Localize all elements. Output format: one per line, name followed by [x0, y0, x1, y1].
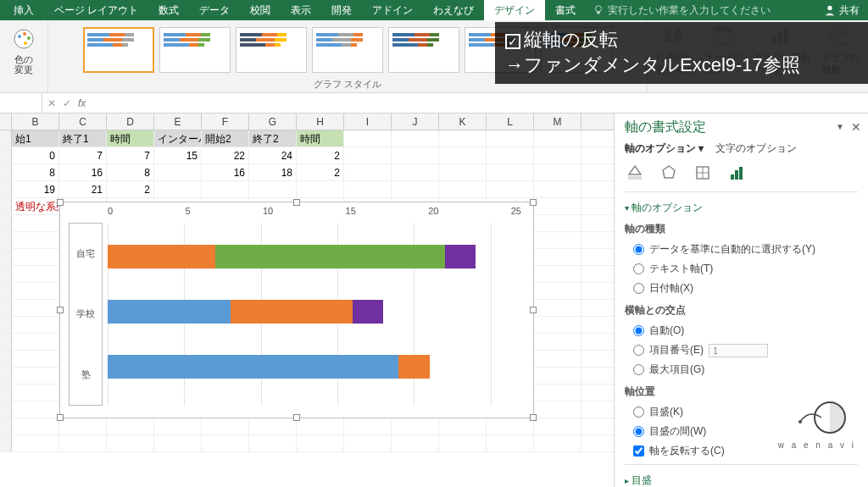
cell[interactable]	[202, 181, 249, 197]
cell[interactable]	[534, 266, 581, 282]
tab-developer[interactable]: 開発	[321, 0, 362, 20]
cell[interactable]	[392, 181, 439, 197]
cell[interactable]	[202, 418, 249, 434]
cell[interactable]	[534, 181, 581, 197]
tab-format[interactable]: 書式	[545, 0, 586, 20]
cell[interactable]	[344, 435, 392, 451]
radio-axis-auto[interactable]: データを基準に自動的に選択する(Y)	[625, 240, 858, 259]
cell[interactable]	[249, 181, 297, 197]
col-header[interactable]: E	[154, 113, 202, 130]
cell[interactable]	[439, 130, 487, 147]
cell[interactable]	[487, 418, 534, 434]
cell[interactable]: 時間	[297, 130, 344, 147]
cell[interactable]	[487, 147, 534, 163]
cell[interactable]	[12, 385, 59, 401]
cell[interactable]	[392, 147, 439, 163]
cell[interactable]: 終了2	[249, 130, 297, 147]
chart-y-axis-categories[interactable]: 自宅学校塾	[69, 223, 103, 406]
cell[interactable]	[12, 401, 59, 418]
cell[interactable]	[154, 164, 202, 180]
radio-axis-date[interactable]: 日付軸(X)	[625, 279, 858, 298]
cell[interactable]: 2	[297, 147, 344, 163]
cell[interactable]	[344, 164, 392, 180]
cell[interactable]	[534, 283, 581, 299]
cell[interactable]	[534, 317, 581, 333]
col-header[interactable]: D	[107, 113, 154, 130]
worksheet-grid[interactable]: BCDEFGHIJKLM 始1終了1時間インターバ開始2終了2時間0771522…	[0, 113, 614, 487]
cell[interactable]	[344, 418, 392, 434]
cell[interactable]	[392, 164, 439, 180]
size-icon[interactable]	[693, 163, 713, 183]
cell[interactable]	[12, 266, 59, 282]
tab-pagelayout[interactable]: ページ レイアウト	[44, 0, 148, 20]
chart-bar[interactable]	[108, 245, 521, 268]
cell[interactable]: 終了1	[59, 130, 107, 147]
cell[interactable]	[12, 249, 59, 265]
effects-icon[interactable]	[659, 163, 679, 183]
cell[interactable]	[12, 334, 59, 350]
cell[interactable]: 0	[12, 147, 59, 163]
name-box[interactable]	[0, 93, 42, 113]
cell[interactable]	[392, 418, 439, 434]
cell[interactable]	[534, 351, 581, 367]
cell[interactable]	[154, 418, 202, 434]
cell[interactable]	[249, 418, 297, 434]
chart-style-thumb[interactable]	[83, 27, 154, 73]
cell[interactable]	[534, 215, 581, 231]
cell[interactable]: 時間	[107, 130, 154, 147]
cancel-icon[interactable]: ✕	[47, 97, 56, 109]
chart-style-thumb[interactable]	[388, 27, 459, 73]
cell[interactable]	[534, 368, 581, 384]
cell[interactable]	[534, 198, 581, 214]
col-header[interactable]: G	[249, 113, 297, 130]
cell[interactable]: 15	[154, 147, 202, 163]
cell[interactable]	[202, 435, 249, 451]
cell[interactable]	[439, 164, 487, 180]
resize-handle[interactable]	[293, 414, 300, 421]
section-axis-options[interactable]: 軸のオプション	[625, 199, 858, 217]
cell[interactable]: 22	[202, 147, 249, 163]
chart-bar[interactable]	[108, 300, 521, 324]
radio-cross-max[interactable]: 最大項目(G)	[625, 360, 858, 379]
tab-waenavi[interactable]: わえなび	[423, 0, 484, 20]
cell[interactable]	[487, 164, 534, 180]
cell[interactable]	[344, 130, 392, 147]
tab-axis-options[interactable]: 軸のオプション ▾	[625, 141, 704, 156]
cell[interactable]	[534, 401, 581, 418]
cell[interactable]	[297, 181, 344, 197]
cell[interactable]	[534, 249, 581, 265]
radio-cross-auto[interactable]: 自動(O)	[625, 321, 858, 340]
tab-design[interactable]: デザイン	[484, 0, 545, 20]
cell[interactable]	[12, 232, 59, 248]
col-header[interactable]: B	[12, 113, 59, 130]
col-header[interactable]: K	[439, 113, 487, 130]
resize-handle[interactable]	[293, 199, 300, 206]
cell[interactable]	[107, 435, 154, 451]
cell[interactable]	[439, 435, 487, 451]
enter-icon[interactable]: ✓	[63, 97, 71, 109]
col-header[interactable]: F	[202, 113, 249, 130]
cell[interactable]	[534, 334, 581, 350]
chart-x-axis[interactable]: 0510152025	[108, 206, 521, 221]
cell[interactable]: 透明な系列	[12, 198, 59, 214]
col-header[interactable]: C	[59, 113, 107, 130]
share-button[interactable]: 共有	[815, 3, 868, 18]
cell[interactable]: 8	[12, 164, 59, 180]
resize-handle[interactable]	[57, 199, 64, 206]
cell[interactable]	[439, 181, 487, 197]
cell[interactable]	[107, 418, 154, 434]
tab-view[interactable]: 表示	[281, 0, 321, 20]
chart-style-thumb[interactable]	[312, 27, 383, 73]
radio-axis-text[interactable]: テキスト軸(T)	[625, 259, 858, 279]
cell[interactable]	[249, 435, 297, 451]
cell[interactable]	[534, 164, 581, 180]
resize-handle[interactable]	[530, 307, 537, 313]
pane-close-button[interactable]: ✕	[851, 120, 861, 134]
radio-cross-category[interactable]: 項目番号(E)	[625, 340, 858, 360]
cell[interactable]	[344, 147, 392, 163]
tellme-search[interactable]: 実行したい作業を入力してください	[593, 3, 771, 18]
axis-options-icon[interactable]	[726, 163, 747, 183]
col-header[interactable]: H	[297, 113, 344, 130]
tab-data[interactable]: データ	[189, 0, 240, 20]
cell[interactable]: 24	[249, 147, 297, 163]
